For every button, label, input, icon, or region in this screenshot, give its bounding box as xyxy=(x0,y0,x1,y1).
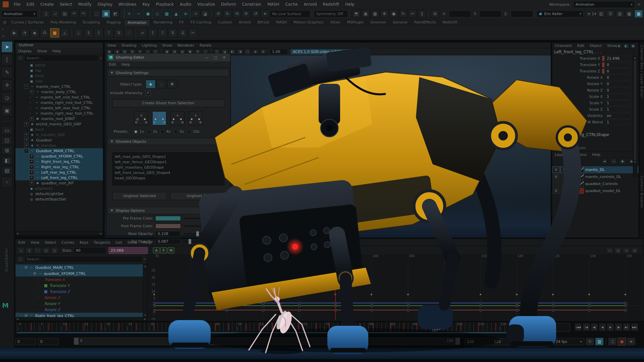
set-breakdown-icon[interactable]: ◆ xyxy=(30,28,39,38)
channel-value-field[interactable]: 1 xyxy=(605,107,631,112)
outliner-menu-display[interactable]: Display xyxy=(15,49,35,53)
key-raise-icon[interactable]: ↑ xyxy=(104,28,113,38)
layer-color-swatch[interactable] xyxy=(578,181,584,187)
outliner-menu-help[interactable]: Help xyxy=(50,49,63,53)
channel-value-field[interactable]: 1 xyxy=(605,94,631,100)
ghost-mode-custom-button[interactable] xyxy=(189,111,203,125)
keyframe[interactable] xyxy=(516,302,518,304)
copy-tab-icon[interactable]: ◧ xyxy=(623,43,629,49)
layer-color-swatch[interactable] xyxy=(578,167,584,173)
outliner-h-scrollbar[interactable]: ◀ ▶ xyxy=(15,231,103,236)
channel-row-ik-blend[interactable]: IK Blend1 xyxy=(552,119,631,125)
absolute-coords-icon[interactable]: ⊞ xyxy=(431,10,439,18)
playback-loop-icon[interactable]: ↻ xyxy=(586,338,594,346)
option-slider[interactable] xyxy=(183,218,230,219)
ghosted-objects-list[interactable]: left_max_palp_GEO_Shape1left_rear_femur_… xyxy=(112,153,224,185)
single-pane-layout[interactable]: ▭ xyxy=(1,126,13,135)
menu-display[interactable]: Display xyxy=(95,2,115,7)
loop-icon[interactable]: ↺ xyxy=(251,10,260,18)
opacity-value-field[interactable]: 0.087 xyxy=(155,239,181,244)
layer-playback-toggle[interactable] xyxy=(561,174,568,180)
keyframe[interactable] xyxy=(190,309,192,311)
tool-settings-icon[interactable]: ▩ xyxy=(625,10,634,18)
channel-row-translate-y[interactable]: Translate Y0 xyxy=(552,62,631,68)
graph-menu-keys[interactable]: Keys xyxy=(77,240,91,245)
graph-filter-icon[interactable]: ⬚ xyxy=(17,256,24,262)
keyframe[interactable] xyxy=(226,305,228,307)
slider-handle[interactable] xyxy=(216,224,219,229)
graph-tree-item-Rotate-X[interactable]: ⫶Rotate X xyxy=(15,295,143,301)
graph-plot-area[interactable]: 7075808590951001051101151201251301352520… xyxy=(147,254,642,320)
preset-10s-radio[interactable]: 10s xyxy=(187,129,200,134)
outliner-item-mantis_main_CTRL[interactable]: −~mantis_main_CTRL xyxy=(15,84,103,89)
keyframe[interactable] xyxy=(552,305,554,307)
outliner-item-defaultObjectSet[interactable]: ◎defaultObjectSet xyxy=(15,196,103,202)
outliner-item-side[interactable]: ▣side xyxy=(15,78,103,84)
ghosted-object[interactable]: left_rear_femur_GEOShape1 xyxy=(115,160,222,165)
motion-trail-icon[interactable]: ▦ xyxy=(50,28,59,38)
expand-toggle-icon[interactable]: + xyxy=(24,133,29,137)
go-to-start-button[interactable]: |◀◀ xyxy=(575,323,582,331)
menu-arnold[interactable]: Arnold xyxy=(301,2,320,7)
graph-search-input[interactable]: Search... xyxy=(24,256,143,263)
keyframe[interactable] xyxy=(588,302,591,304)
keyframe[interactable] xyxy=(407,309,410,311)
keyframe[interactable] xyxy=(190,305,192,307)
ghosted-object[interactable]: right_maxillary_GEOShape xyxy=(115,165,222,170)
keyframe[interactable] xyxy=(588,305,591,307)
channel-box-menu-object[interactable]: Object xyxy=(587,44,604,48)
step-back-key-button[interactable]: |◀ xyxy=(583,323,590,331)
channel-row-translate-x[interactable]: Translate X21.696 xyxy=(552,55,631,62)
option-slider[interactable] xyxy=(183,241,230,242)
viewport-toolbar-icon-18[interactable]: ◨ xyxy=(236,49,244,55)
outliner-item-mantis_root_JOINT[interactable]: +✱mantis_root_JOINT xyxy=(15,116,103,121)
graph-tree-item-Translate-X[interactable]: ⫶Translate X xyxy=(15,277,143,283)
outliner-filter-icon[interactable]: ⬚ xyxy=(17,55,24,61)
outliner-item-mantis_left_rear_foot_CTRL[interactable]: •~mantis_left_rear_foot_CTRL xyxy=(15,105,103,111)
keyframe[interactable] xyxy=(552,302,554,304)
snap-view-icon[interactable]: ▦ xyxy=(162,10,171,18)
scale-constraint-icon[interactable]: Δ xyxy=(178,28,187,38)
menu-redshift[interactable]: Redshift xyxy=(320,2,342,7)
layer-tab-display[interactable]: Display xyxy=(552,145,573,151)
viewport-toolbar-icon-21[interactable]: ⊞ xyxy=(260,49,267,55)
outliner-item-IK_Handles[interactable]: +❖IK_Handles xyxy=(15,143,103,148)
ghosting-settings-section[interactable]: ▼Ghosting Settings xyxy=(108,69,229,76)
keyframe[interactable] xyxy=(262,302,264,304)
keyframe[interactable] xyxy=(371,302,373,304)
paint-select-tool[interactable]: ✎ xyxy=(1,67,13,78)
select-component-icon[interactable]: ◩ xyxy=(111,10,120,18)
channel-value-field[interactable]: 0 xyxy=(605,87,631,93)
channel-row-rotate-x[interactable]: Rotate X0 xyxy=(552,74,631,81)
expand-toggle-icon[interactable]: + xyxy=(24,143,29,148)
outliner-pane-layout[interactable]: ▤ xyxy=(1,166,13,175)
graph-tree-item-Translate-Z[interactable]: ⫶Translate Z xyxy=(15,289,143,295)
layer-menu-layers[interactable]: Layers xyxy=(552,153,570,157)
keyframe[interactable] xyxy=(552,309,554,311)
keyframe[interactable] xyxy=(262,305,264,307)
keyframe[interactable] xyxy=(443,305,446,307)
outliner-item-ik_handles_GRP[interactable]: +❖ik_handles_GRP xyxy=(15,132,103,137)
outliner-item-Right_front_leg_CTRL[interactable]: +~Right_front_leg_CTRL xyxy=(15,159,103,164)
menu-create[interactable]: Create xyxy=(37,2,57,7)
menu-playback[interactable]: Playback xyxy=(153,2,177,7)
play-forwards-button[interactable]: ▶ xyxy=(607,323,614,331)
attribute-editor-icon[interactable]: ▤ xyxy=(615,10,624,18)
set-driven-key-icon[interactable]: ⁂ xyxy=(40,28,49,38)
menu-modify[interactable]: Modify xyxy=(75,2,95,7)
pin-icon[interactable]: ⫶ xyxy=(38,308,42,312)
channel-value-field[interactable]: 1 xyxy=(605,100,631,106)
layer-display-type-toggle[interactable] xyxy=(569,174,576,180)
minimize-button[interactable]: — xyxy=(202,55,211,60)
render-settings-icon[interactable]: ✻ xyxy=(380,10,389,18)
graph-tree-h-scrollbar[interactable]: ◀ ▶ xyxy=(15,317,147,321)
mute-icon[interactable]: ○ xyxy=(29,272,31,275)
shelf-tab-motion-graphics[interactable]: Motion Graphics xyxy=(290,19,327,25)
preset-5s-radio[interactable]: 5s xyxy=(174,129,184,134)
viewport-menu-view[interactable]: View xyxy=(105,43,119,48)
stats-frame-field[interactable]: 90 xyxy=(73,247,106,254)
ghost-menu-edit[interactable]: Edit xyxy=(106,62,119,67)
evaluation-icon[interactable]: ↻ xyxy=(223,10,232,18)
expand-toggle-icon[interactable]: + xyxy=(30,176,34,180)
expand-toggle-icon[interactable]: − xyxy=(24,149,29,153)
